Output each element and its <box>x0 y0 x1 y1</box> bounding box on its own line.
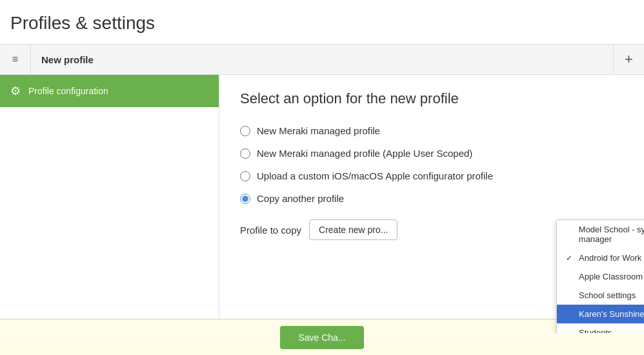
dropdown-label-1: Android for Work <box>579 253 641 263</box>
dropdown-label-4: Karen's Sunshine <box>579 309 644 319</box>
radio-copy-another[interactable] <box>240 194 250 204</box>
dropdown-label-3: School settings <box>579 290 636 300</box>
radio-new-meraki[interactable] <box>240 126 250 136</box>
radio-upload-custom[interactable] <box>240 171 250 181</box>
dropdown-item-0[interactable]: Model School - systems manager <box>557 220 644 249</box>
radio-option-1[interactable]: New Meraki managed profile <box>240 125 623 136</box>
page-title: Profiles & settings <box>0 0 644 44</box>
sidebar: ⚙ Profile configuration <box>0 75 219 333</box>
radio-group: New Meraki managed profile New Meraki ma… <box>240 125 623 204</box>
content-heading: Select an option for the new profile <box>240 90 623 107</box>
radio-label-4: Copy another profile <box>257 193 344 204</box>
radio-label-1: New Meraki managed profile <box>257 125 380 136</box>
profile-dropdown[interactable]: Model School - systems manager ✓ Android… <box>556 219 644 333</box>
sidebar-item-profile-configuration[interactable]: ⚙ Profile configuration <box>0 75 219 107</box>
dropdown-label-5: Students <box>579 328 612 333</box>
radio-option-2[interactable]: New Meraki managed profile (Apple User S… <box>240 148 623 159</box>
profile-copy-label: Profile to copy <box>240 225 301 236</box>
radio-option-4[interactable]: Copy another profile <box>240 193 623 204</box>
profile-bar: ≡ New profile + <box>0 44 644 75</box>
dropdown-item-3[interactable]: School settings <box>557 286 644 305</box>
main-layout: ⚙ Profile configuration Select an option… <box>0 75 644 333</box>
footer-bar: Save Cha... <box>0 319 644 333</box>
create-new-profile-button[interactable]: Create new pro... <box>309 219 397 240</box>
save-changes-button[interactable]: Save Cha... <box>280 326 363 334</box>
profile-bar-title: New profile <box>31 54 613 65</box>
dropdown-item-5[interactable]: Students <box>557 323 644 333</box>
sidebar-item-label: Profile configuration <box>28 86 108 96</box>
radio-label-3: Upload a custom iOS/macOS Apple configur… <box>257 170 493 181</box>
dropdown-label-0: Model School - systems manager <box>579 225 644 244</box>
radio-new-meraki-scoped[interactable] <box>240 148 250 159</box>
gear-icon: ⚙ <box>10 84 21 98</box>
dropdown-item-2[interactable]: Apple Classroom <box>557 267 644 286</box>
hamburger-icon[interactable]: ≡ <box>0 44 31 75</box>
check-icon-1: ✓ <box>566 254 575 263</box>
dropdown-item-4[interactable]: Karen's Sunshine <box>557 305 644 323</box>
radio-option-3[interactable]: Upload a custom iOS/macOS Apple configur… <box>240 170 623 181</box>
radio-label-2: New Meraki managed profile (Apple User S… <box>257 148 472 159</box>
content-area: Select an option for the new profile New… <box>219 75 644 333</box>
dropdown-item-1[interactable]: ✓ Android for Work <box>557 249 644 267</box>
add-profile-button[interactable]: + <box>613 44 644 75</box>
dropdown-label-2: Apple Classroom <box>579 272 643 281</box>
